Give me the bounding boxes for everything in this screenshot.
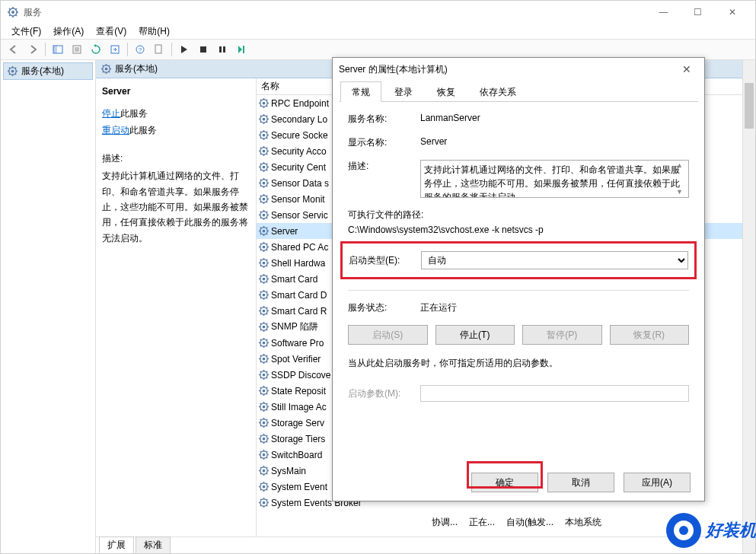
list-item-name: Smart Card D: [271, 290, 327, 301]
minimize-button[interactable]: —: [646, 1, 681, 24]
label-service-name: 服务名称:: [348, 113, 420, 126]
tab-standard[interactable]: 标准: [136, 536, 171, 553]
tab-recovery[interactable]: 恢复: [426, 81, 467, 102]
label-description: 描述:: [348, 160, 420, 173]
startup-highlight: 启动类型(E): 自动: [340, 241, 697, 279]
tree-panel: 服务(本地): [1, 60, 96, 553]
scrollbar-thumb[interactable]: [745, 83, 754, 129]
watermark-logo: [666, 513, 701, 548]
gear-icon: [258, 305, 270, 317]
value-display-name: Server: [420, 136, 689, 147]
menu-action[interactable]: 操作(A): [49, 24, 88, 40]
props-button[interactable]: [151, 41, 167, 58]
svg-rect-19: [155, 45, 161, 53]
gear-icon: [258, 369, 270, 380]
label-exe-path: 可执行文件的路径:: [348, 209, 689, 221]
tab-logon[interactable]: 登录: [383, 81, 424, 102]
list-item-name: SNMP 陷阱: [271, 320, 318, 333]
restart-service-button[interactable]: [233, 41, 250, 58]
watermark: 好装机: [666, 513, 756, 548]
svg-rect-20: [200, 46, 206, 53]
tab-extended[interactable]: 扩展: [99, 536, 134, 553]
export-button[interactable]: [107, 41, 123, 58]
value-service-status: 正在运行: [420, 301, 689, 314]
stop-service-button[interactable]: [195, 41, 212, 58]
pause-service-button[interactable]: [214, 41, 231, 58]
vertical-scrollbar[interactable]: [742, 60, 755, 553]
tab-dependencies[interactable]: 依存关系: [468, 81, 528, 102]
refresh-button[interactable]: [88, 41, 104, 58]
svg-rect-21: [219, 46, 222, 53]
list-item-name: Smart Card R: [271, 306, 327, 317]
window-controls: — ☐ ✕: [646, 1, 749, 24]
properties-dialog: Server 的属性(本地计算机) ✕ 常规 登录 恢复 依存关系 服务名称: …: [332, 57, 705, 501]
gear-icon: [258, 225, 270, 237]
dialog-close-button[interactable]: ✕: [675, 63, 698, 75]
start-service-button[interactable]: [176, 41, 193, 58]
stop-button[interactable]: 停止(T): [435, 325, 515, 345]
help-button[interactable]: ?: [132, 41, 148, 58]
restart-link[interactable]: 重启动: [102, 125, 129, 135]
list-item-name: Still Image Ac: [271, 402, 327, 412]
menu-help[interactable]: 帮助(H): [134, 24, 174, 40]
gear-icon: [258, 129, 270, 141]
service-control-buttons: 启动(S) 停止(T) 暂停(P) 恢复(R): [348, 325, 689, 345]
nav-forward-button[interactable]: [24, 41, 41, 58]
description-text: 支持此计算机通过网络的文件、打印、和命名管道共享。如果服务停止，这些功能不可用。…: [102, 168, 250, 246]
maximize-button[interactable]: ☐: [681, 1, 715, 24]
list-item-columns: 协调...正在...自动(触发...本地系统: [264, 514, 601, 530]
list-item-name: Security Acco: [271, 146, 327, 157]
stop-link[interactable]: 停止: [102, 108, 120, 119]
gear-icon: [258, 257, 270, 269]
properties-button[interactable]: [69, 41, 85, 58]
svg-rect-11: [53, 46, 57, 53]
service-actions: 停止此服务 重启动此服务: [102, 106, 250, 138]
menubar: 文件(F) 操作(A) 查看(V) 帮助(H): [1, 24, 755, 39]
gear-icon: [258, 241, 270, 253]
close-button[interactable]: ✕: [715, 1, 749, 24]
pause-button: 暂停(P): [522, 325, 602, 345]
cancel-button[interactable]: 取消: [547, 473, 614, 492]
show-hide-button[interactable]: [49, 41, 66, 58]
gear-icon: [258, 497, 270, 508]
list-item-name: State Reposit: [271, 386, 326, 396]
list-item-name: Software Pro: [271, 338, 324, 349]
gear-icon: [258, 209, 270, 221]
gear-icon: [258, 353, 270, 365]
label-params: 启动参数(M):: [348, 387, 420, 400]
value-exe-path: C:\Windows\system32\svchost.exe -k netsv…: [348, 224, 689, 235]
start-button: 启动(S): [348, 325, 428, 345]
startup-type-select[interactable]: 自动: [421, 251, 688, 269]
label-service-status: 服务状态:: [348, 301, 420, 314]
ok-highlight: [467, 461, 543, 489]
list-item-name: System Event: [271, 482, 327, 492]
list-item-name: SwitchBoard: [271, 450, 322, 460]
gear-icon: [7, 65, 18, 77]
label-startup-type: 启动类型(E):: [349, 254, 421, 267]
description-textbox[interactable]: 支持此计算机通过网络的文件、打印、和命名管道共享。如果服务停止，这些功能不可用。…: [420, 160, 689, 198]
list-item-name: Storage Serv: [271, 418, 324, 428]
dialog-titlebar: Server 的属性(本地计算机) ✕: [333, 58, 704, 81]
desc-scrollbar[interactable]: ▲▼: [676, 161, 688, 197]
gear-icon: [258, 97, 270, 109]
value-service-name: LanmanServer: [420, 113, 689, 123]
titlebar: 服务 — ☐ ✕: [1, 1, 755, 24]
menu-file[interactable]: 文件(F): [7, 24, 46, 40]
gear-icon: [258, 385, 270, 396]
apply-button[interactable]: 应用(A): [624, 473, 691, 492]
list-item-name: Secure Socke: [271, 130, 328, 141]
gear-icon: [258, 337, 270, 349]
tab-general[interactable]: 常规: [340, 81, 381, 102]
gear-icon: [258, 481, 270, 492]
gear-icon: [258, 113, 270, 125]
svg-rect-23: [243, 46, 244, 53]
tree-root-node[interactable]: 服务(本地): [3, 62, 93, 80]
list-item-name: Security Cent: [271, 162, 326, 173]
bottom-tabs: 扩展 标准: [96, 536, 755, 553]
list-item-name: Sensor Monit: [271, 194, 325, 205]
menu-view[interactable]: 查看(V): [91, 24, 131, 40]
gear-icon: [258, 289, 270, 301]
nav-back-button[interactable]: [5, 41, 22, 58]
gear-icon: [258, 145, 270, 157]
gear-icon: [258, 193, 270, 205]
